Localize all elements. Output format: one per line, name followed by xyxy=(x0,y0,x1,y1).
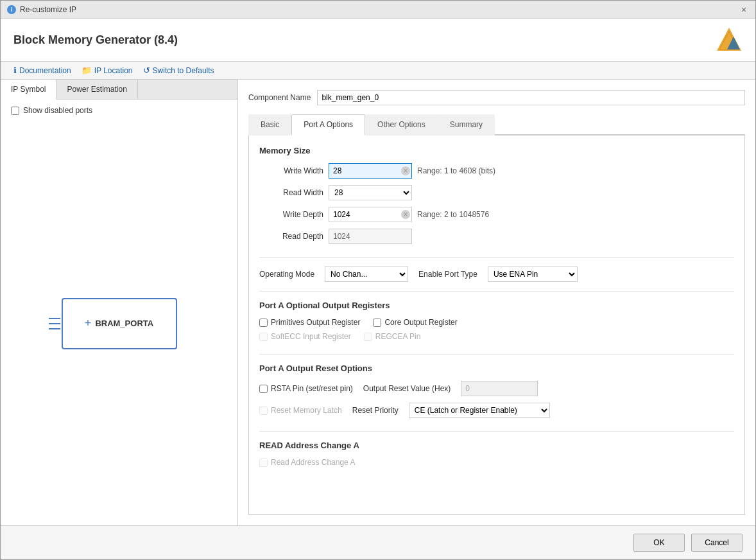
enable-port-select[interactable]: Use ENA Pin xyxy=(488,267,578,282)
left-panel: IP Symbol Power Estimation Show disabled… xyxy=(1,80,238,525)
title-bar: i Re-customize IP × xyxy=(1,1,755,19)
divider-3 xyxy=(259,354,734,354)
core-output-label: Core Output Register xyxy=(384,318,457,327)
folder-icon: 📁 xyxy=(82,66,92,75)
write-width-label: Write Width xyxy=(259,166,323,175)
primitives-output-item: Primitives Output Register xyxy=(259,318,360,327)
header: Block Memory Generator (8.4) xyxy=(1,19,755,62)
reset-memory-checkbox xyxy=(259,407,268,415)
optional-registers-section: Port A Optional Output Registers Primiti… xyxy=(259,301,734,341)
read-width-row: Read Width 28 xyxy=(259,185,734,200)
tab-summary[interactable]: Summary xyxy=(438,114,495,136)
bram-lines-left xyxy=(49,318,60,329)
reset-memory-row: Reset Memory Latch Reset Priority CE (La… xyxy=(259,403,734,418)
tab-ip-symbol[interactable]: IP Symbol xyxy=(1,80,56,100)
output-reset-value-label: Output Reset Value (Hex) xyxy=(363,384,451,393)
documentation-link[interactable]: ℹ Documentation xyxy=(13,66,71,75)
reset-memory-label: Reset Memory Latch xyxy=(271,406,342,415)
softecc-checkbox xyxy=(259,333,268,341)
show-disabled-row: Show disabled ports xyxy=(11,106,227,115)
output-registers-group: Primitives Output Register Core Output R… xyxy=(259,318,734,327)
tab-basic[interactable]: Basic xyxy=(248,114,291,136)
softecc-item: SoftECC Input Register xyxy=(259,332,351,341)
write-width-clear-btn[interactable]: × xyxy=(401,166,410,175)
rsta-pin-item: RSTA Pin (set/reset pin) xyxy=(259,384,353,393)
operating-mode-select[interactable]: No Chan... xyxy=(325,267,408,282)
main-content: IP Symbol Power Estimation Show disabled… xyxy=(1,80,755,525)
divider-2 xyxy=(259,291,734,292)
ok-button[interactable]: OK xyxy=(633,534,685,552)
write-depth-input-wrapper: × xyxy=(329,207,412,222)
left-tab-content: Show disabled ports xyxy=(1,100,237,121)
divider-4 xyxy=(259,431,734,432)
switch-to-defaults-link[interactable]: ↺ Switch to Defaults xyxy=(143,66,214,75)
softecc-label: SoftECC Input Register xyxy=(271,332,351,341)
write-width-input-wrapper: × xyxy=(329,163,412,179)
reset-priority-label: Reset Priority xyxy=(352,406,399,415)
app-icon: i xyxy=(7,5,16,14)
read-depth-label: Read Depth xyxy=(259,232,323,241)
title-bar-left: i Re-customize IP xyxy=(7,5,76,14)
write-width-row: Write Width × Range: 1 to 4608 (bits) xyxy=(259,163,734,179)
show-disabled-checkbox[interactable] xyxy=(11,107,19,115)
operating-mode-row: Operating Mode No Chan... Enable Port Ty… xyxy=(259,267,734,282)
write-depth-hint: Range: 2 to 1048576 xyxy=(417,210,489,219)
footer: OK Cancel xyxy=(1,525,755,559)
memory-size-title: Memory Size xyxy=(259,146,734,155)
output-reset-title: Port A Output Reset Options xyxy=(259,363,734,373)
tab-other-options[interactable]: Other Options xyxy=(365,114,438,136)
read-address-title: READ Address Change A xyxy=(259,441,734,450)
primitives-output-label: Primitives Output Register xyxy=(271,318,360,327)
dialog-title: Block Memory Generator (8.4) xyxy=(13,33,178,47)
bram-line-2 xyxy=(49,323,60,324)
write-depth-input[interactable] xyxy=(329,207,412,222)
memory-size-section: Memory Size Write Width × Range: 1 to 46… xyxy=(259,146,734,244)
toolbar: ℹ Documentation 📁 IP Location ↺ Switch t… xyxy=(1,62,755,80)
ip-location-label: IP Location xyxy=(94,66,133,75)
read-address-item: Read Address Change A xyxy=(259,458,734,467)
write-width-input[interactable] xyxy=(329,163,412,179)
optional-registers-title: Port A Optional Output Registers xyxy=(259,301,734,310)
rsta-pin-checkbox[interactable] xyxy=(259,385,268,393)
tab-power-estimation[interactable]: Power Estimation xyxy=(56,80,137,99)
window-title: Re-customize IP xyxy=(20,5,76,14)
reset-memory-item: Reset Memory Latch xyxy=(259,406,342,415)
component-name-label: Component Name xyxy=(248,93,311,102)
documentation-label: Documentation xyxy=(19,66,71,75)
rsta-pin-row: RSTA Pin (set/reset pin) Output Reset Va… xyxy=(259,381,734,396)
core-output-item: Core Output Register xyxy=(373,318,457,327)
component-name-input[interactable] xyxy=(317,90,745,105)
secondary-registers-group: SoftECC Input Register REGCEA Pin xyxy=(259,332,734,341)
core-output-checkbox[interactable] xyxy=(373,319,381,327)
symbol-area: + BRAM_PORTA xyxy=(1,121,237,525)
write-width-hint: Range: 1 to 4608 (bits) xyxy=(417,166,495,175)
write-depth-clear-btn[interactable]: × xyxy=(401,210,410,219)
regcea-checkbox xyxy=(364,333,372,341)
cancel-button[interactable]: Cancel xyxy=(691,534,743,552)
ip-location-link[interactable]: 📁 IP Location xyxy=(82,66,133,75)
primitives-output-checkbox[interactable] xyxy=(259,319,268,327)
right-panel: Component Name Basic Port A Options Othe… xyxy=(238,80,755,525)
read-depth-row: Read Depth xyxy=(259,229,734,244)
read-address-section: READ Address Change A Read Address Chang… xyxy=(259,441,734,467)
rsta-pin-label: RSTA Pin (set/reset pin) xyxy=(271,384,353,393)
write-depth-label: Write Depth xyxy=(259,210,323,219)
tabs-row: Basic Port A Options Other Options Summa… xyxy=(248,114,745,136)
enable-port-label: Enable Port Type xyxy=(418,270,477,279)
write-depth-row: Write Depth × Range: 2 to 1048576 xyxy=(259,207,734,222)
reset-priority-select[interactable]: CE (Latch or Register Enable) xyxy=(409,403,550,418)
output-reset-value-input xyxy=(461,381,538,396)
read-depth-input xyxy=(329,229,412,244)
main-window: i Re-customize IP × Block Memory Generat… xyxy=(0,0,756,560)
switch-to-defaults-label: Switch to Defaults xyxy=(153,66,214,75)
bram-line-3 xyxy=(49,328,60,329)
read-address-checkbox xyxy=(259,459,268,467)
tab-port-a-options[interactable]: Port A Options xyxy=(291,114,365,136)
close-button[interactable]: × xyxy=(739,4,749,15)
read-width-select[interactable]: 28 xyxy=(329,185,412,200)
regcea-label: REGCEA Pin xyxy=(375,332,421,341)
bram-symbol-label: BRAM_PORTA xyxy=(95,319,153,328)
read-width-label: Read Width xyxy=(259,188,323,197)
show-disabled-label: Show disabled ports xyxy=(23,106,92,115)
operating-mode-label: Operating Mode xyxy=(259,270,314,279)
